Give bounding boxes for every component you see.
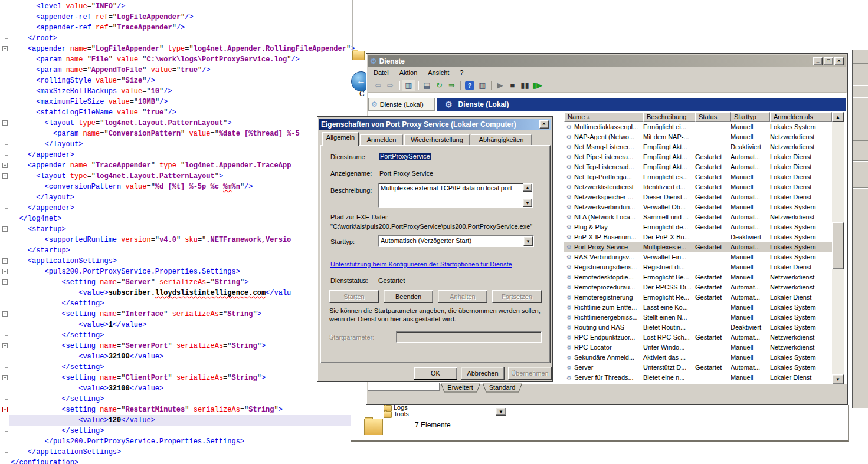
service-row[interactable]: ⚙Net.Tcp-Listenerad...Empfängt Akt...Ges…: [564, 162, 832, 172]
xml-editor[interactable]: <level value="INFO"/> <appender-ref ref=…: [0, 0, 366, 464]
starttype-dropdown-button[interactable]: ▼: [523, 236, 533, 246]
menu-item-ansicht[interactable]: Ansicht: [422, 67, 454, 78]
scrollbar-thumb[interactable]: [832, 222, 844, 269]
fold-collapse-icon[interactable]: −: [2, 343, 8, 348]
restart-service-icon[interactable]: ▮▶: [531, 80, 543, 91]
fold-collapse-icon[interactable]: −: [2, 375, 8, 380]
service-row[interactable]: ⚙Registrierungsdiens...Registriert di...…: [564, 262, 832, 272]
properties-icon[interactable]: ▤: [421, 80, 433, 91]
service-gear-icon: ⚙: [564, 232, 574, 242]
scroll-down-button[interactable]: ▼: [832, 374, 844, 384]
service-row[interactable]: ⚙Multimediaklassenpl...Ermöglicht ei...M…: [564, 122, 832, 132]
console-tree-node-dienste-lokal[interactable]: ⚙ Dienste (Lokal): [368, 98, 435, 111]
fold-collapse-icon[interactable]: −: [2, 46, 8, 51]
code-line: </layout>: [11, 192, 74, 203]
tab-abhngigkeiten[interactable]: Abhängigkeiten: [471, 134, 532, 146]
service-row[interactable]: ⚙NLA (Network Loca...Sammelt und ...Gest…: [564, 212, 832, 222]
fold-collapse-icon[interactable]: −: [2, 120, 8, 126]
stop-service-icon[interactable]: ■: [506, 80, 519, 91]
menu-item-datei[interactable]: Datei: [368, 67, 394, 78]
menu-item-?[interactable]: ?: [454, 67, 469, 78]
description-scroll-up[interactable]: ▲: [523, 183, 532, 192]
close-button[interactable]: ×: [834, 57, 844, 65]
service-row[interactable]: ⚙RPC-Endpunktzuor...Löst RPC-Sch...Gesta…: [564, 333, 832, 343]
forward-icon[interactable]: ⇨: [384, 80, 397, 91]
starttype-combobox[interactable]: Automatisch (Verzögerter Start): [378, 235, 534, 247]
service-gear-icon: ⚙: [564, 132, 574, 142]
service-row[interactable]: ⚙PnP-X-IP-Busenum...Der PnP-X-Bu...Deakt…: [564, 232, 832, 242]
column-header-name[interactable]: Name ▴: [564, 112, 643, 122]
fold-collapse-icon[interactable]: −: [2, 407, 8, 412]
fold-collapse-icon[interactable]: −: [2, 269, 8, 274]
service-cell: Manuell: [731, 373, 770, 383]
fold-collapse-icon[interactable]: −: [2, 163, 8, 168]
menu-item-aktion[interactable]: Aktion: [394, 67, 423, 78]
service-row[interactable]: ⚙Netzwerkspeicher-...Dieser Dienst...Ges…: [564, 192, 832, 202]
dialog-close-button[interactable]: ×: [539, 120, 549, 129]
help-icon[interactable]: ?: [465, 81, 474, 90]
service-row[interactable]: ⚙ServerUnterstützt D...GestartetAutomat.…: [564, 363, 832, 373]
service-row[interactable]: ⚙Richtlinienergebniss...Stellt einen N..…: [564, 312, 832, 323]
refresh-icon[interactable]: ↻: [433, 80, 446, 91]
code-line: </puls200.PortProxyService.Properties.Se…: [11, 436, 244, 447]
service-row[interactable]: ⚙Server für Threads...Bietet eine n...Ma…: [564, 373, 832, 383]
cancel-button[interactable]: Abbrechen: [461, 367, 505, 380]
service-row[interactable]: ⚙Net.Tcp-Portfreiga...Ermöglicht es...Ge…: [564, 172, 832, 182]
back-icon[interactable]: ⇦: [372, 80, 384, 91]
code-line: <appender-ref ref="TraceAppender"/>: [11, 22, 185, 33]
column-header-anmeldenals[interactable]: Anmelden als: [770, 112, 832, 122]
service-row[interactable]: ⚙RemoteregistrierungErmöglicht Re...Gest…: [564, 292, 832, 302]
description-label: Beschreibung:: [330, 187, 372, 194]
service-row[interactable]: ⚙NAP-Agent (Netwo...Mit dem NAP-...Manue…: [564, 132, 832, 142]
tab-wiederherstellung[interactable]: Wiederherstellung: [404, 134, 470, 146]
description-scroll-down[interactable]: ▼: [523, 199, 532, 207]
service-row[interactable]: ⚙Net.Msmq-Listener...Empfängt Akt...Deak…: [564, 142, 832, 152]
fold-collapse-icon[interactable]: −: [2, 173, 8, 179]
service-row[interactable]: ⚙Netzwerkverbindun...Verwaltet Ob...Gest…: [564, 202, 832, 212]
service-name-value[interactable]: PortProxyService: [379, 153, 431, 160]
service-row[interactable]: ⚙Remoteprozedurau...Der RPCSS-Di...Gesta…: [564, 282, 832, 292]
service-gear-icon: ⚙: [564, 122, 574, 132]
scroll-up-button[interactable]: ▲: [832, 112, 844, 122]
description-textbox[interactable]: Multiplexes external TCP/IP data on loca…: [378, 183, 533, 208]
explorer-combo-dropdown[interactable]: ▼: [496, 407, 506, 416]
column-header-starttyp[interactable]: Starttyp: [731, 112, 770, 122]
dialog-titlebar[interactable]: Eigenschaften von Port Proxy Service (Lo…: [319, 119, 551, 130]
export-list-icon[interactable]: ⇒: [446, 80, 458, 91]
explorer-address-text: C: [359, 90, 365, 98]
fold-collapse-icon[interactable]: −: [2, 226, 8, 232]
service-row[interactable]: ⚙Sekundäre Anmeld...Aktiviert das ...Man…: [564, 353, 832, 363]
start-service-icon[interactable]: ▶: [494, 80, 506, 91]
service-cell: Lokaler Dienst: [770, 292, 832, 302]
startoptions-help-link[interactable]: Unterstützung beim Konfigurieren der Sta…: [330, 261, 512, 268]
tab-allgemein[interactable]: Allgemein: [322, 132, 359, 146]
service-cell: Dieser Dienst...: [643, 192, 695, 202]
service-row[interactable]: ⚙RAS-Verbindungsv...Verwaltet Ein...Manu…: [564, 252, 832, 262]
fold-collapse-icon[interactable]: −: [2, 311, 8, 317]
new-window-icon[interactable]: ▥: [476, 80, 489, 91]
tab-anmelden[interactable]: Anmelden: [360, 134, 403, 146]
fold-collapse-icon[interactable]: −: [2, 279, 8, 285]
service-row[interactable]: ⚙Net.Pipe-Listenera...Empfängt Akt...Ges…: [564, 152, 832, 162]
column-header-beschreibung[interactable]: Beschreibung: [643, 112, 695, 122]
service-row[interactable]: ⚙Remotedesktopdie...Ermöglicht Be...Gest…: [564, 272, 832, 282]
service-row[interactable]: ⚙Richtlinie zum Entfe...Lässt eine Ko...…: [564, 302, 832, 312]
pause-service-icon[interactable]: ▮▮: [519, 80, 531, 91]
ok-button[interactable]: OK: [414, 367, 457, 380]
service-row[interactable]: ⚙Plug & PlayErmöglicht de...GestartetAut…: [564, 222, 832, 232]
service-cell: [695, 252, 731, 262]
properties-dialog: Eigenschaften von Port Proxy Service (Lo…: [317, 116, 553, 382]
service-cell: Manuell: [731, 122, 770, 132]
maximize-button[interactable]: □: [824, 57, 833, 65]
service-row[interactable]: ⚙RPC-LocatorUnter Windo...ManuellNetzwer…: [564, 343, 832, 353]
beenden-button[interactable]: Beenden: [384, 290, 433, 303]
statusbar-folder-icon: [364, 419, 383, 435]
services-titlebar[interactable]: ⚙ Dienste _ □ ×: [368, 55, 846, 67]
show-console-tree-icon[interactable]: ▥: [402, 80, 415, 91]
service-row[interactable]: ⚙Routing und RASBietet Routin...Deaktivi…: [564, 323, 832, 333]
fold-collapse-icon[interactable]: −: [2, 258, 8, 264]
service-row[interactable]: ⚙Port Proxy ServiceMultiplexes e...Gesta…: [564, 242, 832, 252]
column-header-status[interactable]: Status: [695, 112, 731, 122]
service-row[interactable]: ⚙NetzwerklistendienstIdentifiziert d...G…: [564, 182, 832, 192]
minimize-button[interactable]: _: [813, 57, 823, 65]
